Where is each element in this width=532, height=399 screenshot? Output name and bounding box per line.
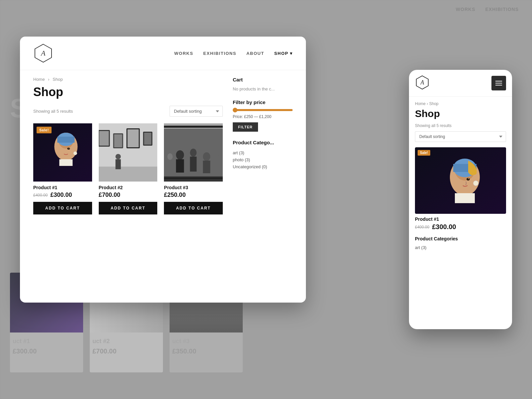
svg-rect-15 [99, 131, 109, 146]
svg-point-10 [68, 148, 69, 149]
svg-point-43 [473, 181, 478, 186]
svg-point-8 [73, 152, 77, 155]
mobile-page-title: Shop [415, 108, 506, 119]
breadcrumb-home[interactable]: Home [33, 77, 45, 82]
svg-point-31 [203, 152, 210, 161]
mobile-product-prices-1: £400.00 £300.00 [415, 223, 506, 231]
svg-point-27 [176, 150, 184, 160]
svg-point-33 [168, 153, 173, 160]
price-current-3: £250.00 [164, 192, 186, 199]
shop-main: Home › Shop Shop Showing all 5 results D… [33, 77, 223, 296]
svg-rect-19 [127, 129, 139, 147]
cart-section: Cart No products in the c... [233, 77, 293, 91]
mobile-modal: A Home › Shop Shop Showing all 5 results… [409, 70, 512, 329]
price-current-1: £300.00 [50, 192, 72, 199]
shop-toolbar: Showing all 5 results Default sorting Pr… [33, 106, 223, 117]
nav-works[interactable]: WORKS [174, 51, 193, 56]
add-to-cart-2[interactable]: ADD TO CART [99, 202, 158, 214]
product-card-3: Product #3 £250.00 ADD TO CART [164, 123, 223, 214]
product-prices-3: £250.00 [164, 192, 223, 199]
shop-sidebar: Cart No products in the c... Filter by p… [233, 77, 293, 296]
price-range-slider[interactable] [233, 109, 293, 111]
svg-rect-23 [115, 159, 121, 169]
svg-point-34 [214, 155, 220, 162]
mobile-breadcrumb: Home › Shop [415, 101, 506, 106]
products-grid: Sale! Product #1 £400.00 £300.00 ADD TO … [33, 123, 223, 214]
desktop-modal: A WORKS EXHIBITIONS ABOUT SHOP ▾ Home › … [20, 37, 306, 303]
mobile-content: Home › Shop Shop Showing all 5 results D… [409, 97, 512, 329]
filter-title: Filter by price [233, 99, 293, 105]
add-to-cart-1[interactable]: ADD TO CART [33, 202, 92, 214]
filter-section: Filter by price Price: £250 — £1,200 FIL… [233, 99, 293, 132]
hamburger-button[interactable] [491, 76, 506, 90]
modal-content: Home › Shop Shop Showing all 5 results D… [20, 70, 306, 303]
mobile-sort-select[interactable]: Default sorting Price: low to high Price… [415, 131, 506, 142]
category-art[interactable]: art (3) [233, 149, 293, 156]
results-count: Showing all 5 results [33, 109, 73, 114]
nav-exhibitions[interactable]: EXHIBITIONS [203, 51, 236, 56]
mobile-category-art[interactable]: art (3) [415, 244, 506, 251]
svg-rect-6 [57, 137, 74, 143]
sort-select[interactable]: Default sorting Price: low to high Price… [170, 106, 223, 117]
mobile-price-current-1: £300.00 [432, 223, 456, 231]
price-current-2: £700.00 [99, 192, 120, 199]
price-original-1: £400.00 [33, 193, 48, 198]
mobile-results-count: Showing all 5 results [415, 123, 506, 128]
mobile-breadcrumb-home[interactable]: Home [415, 101, 426, 106]
product-name-1: Product #1 [33, 185, 92, 190]
mobile-product-card-1: Sale! Product #1 £400.00 £300.00 [415, 147, 506, 231]
mobile-logo[interactable]: A [415, 75, 430, 91]
svg-rect-28 [176, 159, 184, 173]
svg-rect-13 [99, 167, 158, 182]
hamburger-line-2 [495, 83, 502, 83]
svg-point-45 [468, 178, 469, 179]
breadcrumb: Home › Shop [33, 77, 223, 82]
category-uncategorized[interactable]: Uncategorized (0) [233, 163, 293, 170]
svg-rect-32 [203, 161, 210, 173]
mobile-header: A [409, 70, 512, 97]
hamburger-line-3 [495, 85, 502, 85]
svg-text:A: A [420, 79, 425, 86]
category-list: art (3) photo (3) Uncategorized (0) [233, 149, 293, 170]
page-title: Shop [33, 85, 223, 99]
product-card-1: Sale! Product #1 £400.00 £300.00 ADD TO … [33, 123, 92, 214]
breadcrumb-sep: › [48, 77, 49, 82]
svg-rect-30 [190, 157, 197, 172]
product-prices-1: £400.00 £300.00 [33, 192, 92, 199]
product-card-2: Product #2 £700.00 ADD TO CART [99, 123, 158, 214]
add-to-cart-3[interactable]: ADD TO CART [164, 202, 223, 214]
main-nav: WORKS EXHIBITIONS ABOUT SHOP ▾ [174, 51, 293, 56]
bg-nav-exhibitions: EXHIBITIONS [485, 7, 519, 12]
category-photo[interactable]: photo (3) [233, 156, 293, 163]
price-label: Price: £250 — £1,200 [233, 114, 293, 119]
nav-about[interactable]: ABOUT [246, 51, 264, 56]
mobile-logo-hexagon-icon: A [415, 75, 430, 90]
bg-nav-works: WORKS [456, 7, 475, 12]
svg-rect-17 [114, 134, 122, 147]
svg-point-29 [190, 149, 197, 157]
svg-point-22 [115, 154, 121, 159]
mobile-price-original-1: £400.00 [415, 225, 429, 229]
logo-hexagon-icon: A [34, 44, 53, 63]
modal-header: A WORKS EXHIBITIONS ABOUT SHOP ▾ [20, 37, 306, 70]
product-name-2: Product #2 [99, 185, 158, 190]
chevron-down-icon: ▾ [290, 51, 293, 56]
svg-rect-7 [59, 159, 72, 166]
categories-title: Product Catego... [233, 140, 293, 145]
price-range-fill [233, 109, 293, 111]
cart-title: Cart [233, 77, 293, 82]
breadcrumb-current: Shop [53, 77, 63, 82]
svg-text:A: A [40, 49, 46, 57]
mobile-breadcrumb-sep: › [427, 101, 428, 106]
product-image-1: Sale! [33, 123, 92, 182]
price-range-thumb[interactable] [233, 108, 237, 112]
nav-shop[interactable]: SHOP ▾ [274, 51, 293, 56]
logo[interactable]: A [33, 43, 53, 63]
hamburger-line-1 [495, 81, 502, 81]
background-nav: WORKS EXHIBITIONS [456, 7, 519, 12]
svg-rect-21 [144, 133, 151, 145]
sale-badge-1: Sale! [37, 127, 52, 133]
cart-empty: No products in the c... [233, 86, 293, 91]
filter-button[interactable]: FILTER [233, 122, 258, 132]
product-image-2 [99, 123, 158, 182]
